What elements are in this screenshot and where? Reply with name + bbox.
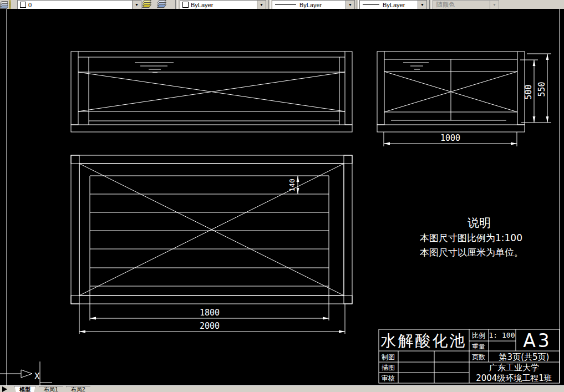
chevron-down-icon[interactable]: ▼	[345, 1, 354, 9]
layer-color-swatch	[20, 2, 26, 8]
tab-layout2-label: 布局2	[71, 386, 85, 392]
dim-text-1800: 1800	[200, 308, 220, 318]
dim-text-500: 500	[524, 84, 533, 99]
notes-title: 说明	[468, 216, 491, 230]
make-layer-current-icon	[143, 0, 150, 8]
tab-layout1-label: 布局1	[44, 386, 58, 392]
layout-tab-bar: 模型 布局1 布局2	[0, 385, 564, 392]
drafter-label: 制图	[382, 353, 395, 361]
make-object-layer-current-button[interactable]	[143, 0, 156, 8]
title-block: 水解酸化池 比例 1: 100 重量 A3 页数 第3页(共5页) 制图 描图 …	[379, 329, 560, 383]
ucs-icon: X	[0, 370, 40, 381]
crosshair-cursor	[40, 362, 52, 385]
dim-text-2000: 2000	[200, 321, 220, 331]
plotstyle-control-combo: 随颜色 ▼	[433, 0, 499, 9]
color-control-combo[interactable]: ByLayer ▼	[180, 0, 266, 9]
chevron-down-icon: ▼	[490, 1, 499, 9]
pages-value: 第3页(共5页)	[499, 352, 550, 362]
scale-value: 1: 100	[489, 331, 515, 339]
dim-text-1000: 1000	[440, 133, 460, 143]
autocad-window: 0 ▼ ByLayer ▼ ByLayer ▼ ByLayer ▼	[0, 0, 564, 392]
layer-control-combo[interactable]: 0 ▼	[17, 0, 141, 9]
water-level-icon	[135, 63, 174, 73]
scale-label: 比例	[472, 332, 485, 339]
pages-label: 页数	[472, 353, 485, 361]
dim-text-550: 550	[537, 82, 547, 96]
drawing-title: 水解酸化池	[381, 332, 467, 350]
lightbulb-icon	[9, 0, 11, 9]
weight-label: 重量	[472, 343, 485, 350]
toolbar-separator	[268, 0, 271, 9]
linetype-control-value: ByLayer	[299, 2, 322, 8]
dimension-140: 140	[288, 176, 298, 194]
dimension-1800: 1800	[90, 308, 329, 318]
layers-properties-toolbar: 0 ▼ ByLayer ▼ ByLayer ▼ ByLayer ▼	[0, 0, 564, 9]
section-view-long	[71, 52, 352, 132]
section-view-cross: 1000 500 550	[377, 52, 551, 146]
tab-model[interactable]: 模型	[14, 386, 35, 392]
linetype-sample	[275, 4, 296, 5]
chevron-down-icon[interactable]: ▼	[418, 1, 426, 9]
dim-text-140: 140	[288, 179, 296, 191]
lineweight-control-combo[interactable]: ByLayer ▼	[359, 0, 427, 9]
notes-block: 说明 本图尺寸图比例为1:100 本图尺寸以厘米为单位。	[420, 216, 524, 258]
tab-layout1[interactable]: 布局1	[39, 386, 63, 392]
notes-line-2: 本图尺寸以厘米为单位。	[420, 247, 524, 258]
layer-properties-icon	[0, 0, 8, 8]
plotstyle-control-value: 随颜色	[436, 1, 455, 9]
water-level-icon	[403, 63, 429, 69]
linetype-control-combo[interactable]: ByLayer ▼	[272, 0, 355, 9]
sheet-size: A3	[523, 330, 552, 352]
checker-label: 审核	[382, 374, 395, 382]
notes-line-1: 本图尺寸图比例为1:100	[420, 232, 522, 243]
toolbar-separator	[429, 0, 431, 9]
lineweight-sample	[363, 4, 379, 5]
layer-states-button[interactable]	[8, 0, 16, 8]
bylayer-color-swatch	[182, 2, 189, 8]
tab-scroll-arrow-icon[interactable]	[2, 386, 7, 392]
lineweight-control-value: ByLayer	[383, 2, 405, 8]
tracer-label: 描图	[382, 364, 395, 371]
school-name: 广东工业大学	[489, 363, 539, 373]
layer-previous-icon	[157, 0, 165, 8]
model-space-canvas[interactable]: 1000 500 550	[0, 9, 564, 385]
tab-layout2[interactable]: 布局2	[66, 386, 90, 392]
tab-model-label: 模型	[19, 386, 31, 392]
chevron-down-icon[interactable]: ▼	[257, 1, 266, 9]
color-control-value: ByLayer	[191, 2, 213, 8]
plan-view: 140 1800 2000	[71, 155, 352, 334]
dimension-1000: 1000	[384, 132, 517, 146]
current-layer-name: 0	[28, 2, 32, 8]
toolbar-separator	[175, 0, 177, 9]
layer-previous-button[interactable]	[157, 0, 171, 8]
class-name: 2004级环境工程1班	[476, 373, 552, 383]
toolbar-separator	[357, 0, 359, 9]
layer-properties-manager-button[interactable]	[0, 0, 8, 8]
ucs-x-axis-label: X	[34, 371, 40, 381]
chevron-down-icon[interactable]: ▼	[132, 1, 141, 9]
